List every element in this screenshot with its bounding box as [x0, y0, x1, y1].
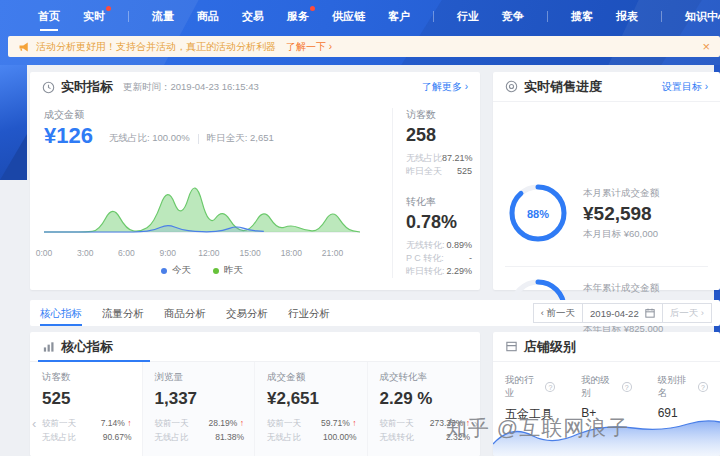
nav-item-acquisition[interactable]: 揽客	[571, 9, 593, 24]
x-tick-label: 3:00	[77, 248, 94, 258]
x-tick-label: 15:00	[239, 248, 260, 258]
nav-item-trade[interactable]: 交易	[242, 9, 264, 24]
metric-col-pageviews[interactable]: 浏览量 1,337 较前一天28.19% ↑ 无线占比81.38%	[143, 362, 256, 456]
month-gauge: 88% 本月累计成交金额 ¥52,598 本月目标 ¥60,000	[507, 182, 659, 246]
x-tick-label: 21:00	[322, 248, 343, 258]
analysis-tabbar: 核心指标 流量分析 商品分析 交易分析 行业分析 ‹ 前一天 2019-04-2…	[30, 300, 720, 326]
x-axis-labels: 0:003:006:009:0012:0015:0018:0021:00	[44, 248, 360, 260]
realtime-metrics-card: 实时指标 更新时间：2019-04-23 16:15:43 了解更多 › 成交金…	[30, 72, 480, 290]
nav-item-service[interactable]: 服务	[287, 9, 309, 24]
date-picker[interactable]: 2019-04-22	[583, 303, 663, 323]
up-arrow-icon: ↑	[240, 418, 244, 428]
nav-item-industry[interactable]: 行业	[457, 9, 479, 24]
row-value: 525	[457, 165, 472, 178]
chart-legend: 今天 昨天	[44, 264, 360, 277]
month-progress-pct: 88%	[507, 208, 569, 220]
main-nav: 首页 实时 流量 商品 交易 服务 供应链 客户 行业 竞争 揽客 报表 知识中…	[38, 9, 720, 24]
shop-icon	[505, 340, 518, 353]
month-gmv-value: ¥52,598	[583, 203, 659, 225]
conversion-value: 0.78%	[406, 213, 472, 231]
month-gmv-label: 本月累计成交金额	[583, 187, 659, 200]
tab-core-metrics[interactable]: 核心指标	[40, 300, 82, 326]
metric-col-visitors[interactable]: 访客数 525 较前一天7.14% ↑ 无线占比90.67%	[30, 362, 143, 456]
banner-link[interactable]: 了解一下 ›	[286, 40, 332, 54]
nav-item-supply-chain[interactable]: 供应链	[332, 9, 365, 24]
card-title: 实时销售进度	[524, 78, 602, 96]
divider	[505, 266, 708, 267]
nav-item-competition[interactable]: 竞争	[502, 9, 524, 24]
x-tick-label: 12:00	[198, 248, 219, 258]
promo-banner: 活动分析更好用！支持合并活动，真正的活动分析利器 了解一下 › ×	[8, 36, 720, 57]
info-icon[interactable]: ?	[622, 382, 632, 392]
row-label: 昨日全天	[406, 165, 442, 178]
row-value: -	[469, 252, 472, 265]
learn-more-link[interactable]: 了解更多 ›	[422, 80, 468, 94]
legend-item-yesterday[interactable]: 昨天	[213, 264, 243, 277]
up-arrow-icon: ↑	[352, 418, 356, 428]
card-title: 核心指标	[61, 338, 113, 356]
gmv-yesterday-total: 昨日全天: 2,651	[207, 132, 274, 145]
clock-icon	[42, 81, 55, 94]
next-day-button[interactable]: 后一天 ›	[663, 303, 712, 323]
row-label: 无线转化:	[406, 239, 445, 252]
close-icon[interactable]: ×	[702, 40, 710, 53]
nav-divider	[128, 11, 129, 22]
prev-day-button[interactable]: ‹ 前一天	[533, 303, 583, 323]
row-label: 昨日转化:	[406, 265, 445, 278]
nav-item-product[interactable]: 商品	[197, 9, 219, 24]
gmv-value: ¥126	[44, 125, 93, 147]
year-gmv-label: 本年累计成交金额	[583, 282, 663, 295]
x-tick-label: 0:00	[36, 248, 53, 258]
yesterday-dot	[213, 268, 219, 274]
bar-chart-icon	[42, 340, 55, 353]
realtime-trend-chart	[44, 170, 360, 246]
nav-item-traffic[interactable]: 流量	[152, 9, 174, 24]
set-goal-link[interactable]: 设置目标 ›	[662, 80, 708, 94]
nav-divider	[433, 11, 434, 22]
watermark: 知乎 @互联网浪子	[446, 414, 629, 442]
nav-item-reports[interactable]: 报表	[616, 9, 638, 24]
row-value: 0.89%	[446, 239, 472, 252]
nav-item-realtime[interactable]: 实时	[83, 9, 105, 24]
banner-text: 活动分析更好用！支持合并活动，真正的活动分析利器	[36, 40, 276, 54]
info-icon[interactable]: ?	[698, 382, 708, 392]
notification-badge	[106, 6, 111, 11]
legend-item-today[interactable]: 今天	[161, 264, 191, 277]
conversion-label: 转化率	[406, 195, 472, 209]
updated-time: 更新时间：2019-04-23 16:15:43	[123, 81, 259, 94]
vertical-divider	[392, 108, 393, 278]
megaphone-icon	[18, 41, 30, 53]
carousel-prev-icon[interactable]: ‹	[32, 416, 36, 431]
nav-item-home[interactable]: 首页	[38, 9, 60, 24]
x-tick-label: 9:00	[159, 248, 176, 258]
row-value: 87.21%	[442, 152, 473, 165]
info-icon[interactable]: ?	[545, 382, 555, 392]
tab-traffic-analysis[interactable]: 流量分析	[102, 300, 144, 326]
visitors-value: 258	[406, 126, 472, 144]
up-arrow-icon: ↑	[127, 418, 131, 428]
row-label: P C 转化:	[406, 252, 444, 265]
nav-divider	[661, 11, 662, 22]
nav-divider	[547, 11, 548, 22]
metric-col-gmv[interactable]: 成交金额 ¥2,651 较前一天59.71% ↑ 无线占比100.00%	[255, 362, 368, 456]
calendar-icon	[645, 308, 655, 318]
today-dot	[161, 268, 167, 274]
row-value: 2.29%	[446, 265, 472, 278]
selected-metric-indicator	[38, 360, 150, 362]
divider	[198, 134, 199, 144]
gmv-label: 成交金额	[44, 108, 386, 122]
tab-industry-analysis[interactable]: 行业分析	[288, 300, 330, 326]
tab-trade-analysis[interactable]: 交易分析	[226, 300, 268, 326]
core-metrics-card: 核心指标 访客数 525 较前一天7.14% ↑ 无线占比90.67% 浏览量 …	[30, 332, 480, 456]
x-tick-label: 6:00	[118, 248, 135, 258]
card-title: 实时指标	[61, 78, 113, 96]
nav-item-knowledge-center[interactable]: 知识中心	[685, 9, 720, 24]
sales-progress-card: 实时销售进度 设置目标 › 88% 本月累计成交金额 ¥52,598 本月目标 …	[493, 72, 720, 290]
tab-product-analysis[interactable]: 商品分析	[164, 300, 206, 326]
row-label: 无线占比	[406, 152, 442, 165]
gmv-wireless-share: 无线占比: 100.00%	[109, 132, 190, 145]
notification-badge	[310, 6, 315, 11]
month-target: 本月目标 ¥60,000	[583, 228, 659, 241]
nav-item-customer[interactable]: 客户	[388, 9, 410, 24]
left-decoration	[0, 65, 27, 180]
